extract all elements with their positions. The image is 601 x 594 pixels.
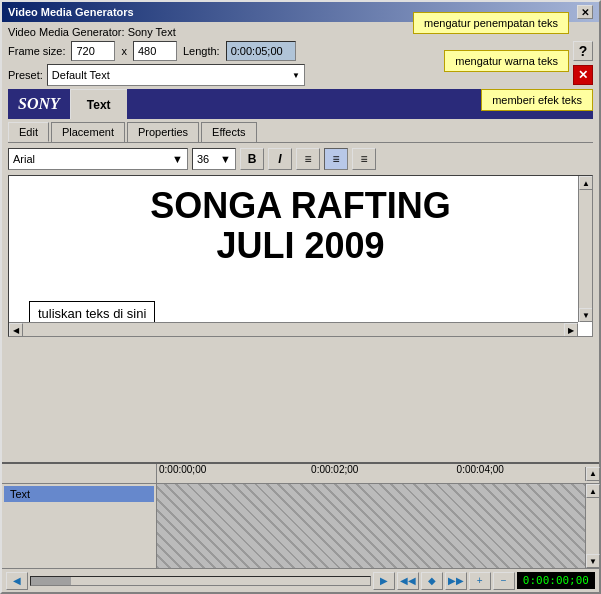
main-text-line2: JULI 2009 <box>29 226 572 266</box>
timeline-body: Text ▲ ▼ <box>2 484 599 568</box>
length-label: Length: <box>183 45 220 57</box>
preset-row: Preset: Default Text ▼ mengatur penempat… <box>8 64 593 86</box>
timeline-scroll-up[interactable]: ▲ <box>586 467 600 481</box>
tabs-row: Edit Placement Properties Effects <box>8 122 593 143</box>
timeline-right-scrollbar[interactable]: ▲ ▼ <box>585 484 599 568</box>
tab-effects[interactable]: Effects <box>201 122 256 142</box>
timeline-scrollbar[interactable] <box>30 576 371 586</box>
timeline-header: 0:00:00;00 0:00:02;00 0:00:04;00 ▲ <box>2 464 599 484</box>
align-center-button[interactable]: ≡ <box>324 148 348 170</box>
dropdown-arrow-icon: ▼ <box>292 71 300 80</box>
time-marker-1: 0:00:02;00 <box>311 464 358 475</box>
time-display: 0:00:00;00 <box>517 572 595 589</box>
help-button[interactable]: ? <box>573 41 593 61</box>
font-dropdown[interactable]: Arial ▼ <box>8 148 188 170</box>
tab-edit[interactable]: Edit <box>8 122 49 142</box>
generator-label: Video Media Generator: Sony Text <box>8 26 176 38</box>
timeline-scroll-track[interactable] <box>586 498 599 554</box>
callout-effect: memberi efek teks <box>481 89 593 111</box>
width-input[interactable]: 720 <box>71 41 115 61</box>
timeline-section: 0:00:00;00 0:00:02;00 0:00:04;00 ▲ Text … <box>2 462 599 592</box>
align-left-button[interactable]: ≡ <box>296 148 320 170</box>
transport-btn3[interactable]: ▶▶ <box>445 572 467 590</box>
tab-properties[interactable]: Properties <box>127 122 199 142</box>
scroll-vertical-track[interactable] <box>579 190 592 308</box>
time-marker-0: 0:00:00;00 <box>159 464 206 475</box>
transport-scroll-right[interactable]: ▶ <box>373 572 395 590</box>
frame-size-label: Frame size: <box>8 45 65 57</box>
time-marker-2: 0:00:04;00 <box>457 464 504 475</box>
scroll-down-button[interactable]: ▼ <box>579 308 593 322</box>
timeline-track-area[interactable] <box>157 484 585 568</box>
callout-placement: mengatur penempatan teks <box>413 12 569 34</box>
timeline-right-scroll-top[interactable]: ▲ <box>585 467 599 481</box>
x-separator: x <box>121 45 127 57</box>
timeline-controls: ◀ ▶ ◀◀ ◆ ▶▶ + − 0:00:00;00 <box>2 568 599 592</box>
bold-button[interactable]: B <box>240 148 264 170</box>
size-dropdown[interactable]: 36 ▼ <box>192 148 236 170</box>
font-size: 36 <box>197 153 209 165</box>
size-dropdown-arrow-icon: ▼ <box>220 153 231 165</box>
sony-logo: SONY <box>8 89 70 119</box>
tab-placement[interactable]: Placement <box>51 122 125 142</box>
scroll-horizontal-track[interactable] <box>23 323 564 336</box>
timeline-label-column: Text <box>2 484 157 568</box>
callout-color: mengatur warna teks <box>444 50 569 72</box>
timeline-scroll-down[interactable]: ▼ <box>586 554 600 568</box>
preset-dropdown[interactable]: Default Text ▼ <box>47 64 305 86</box>
transport-btn5[interactable]: − <box>493 572 515 590</box>
main-text-line1: SONGA RAFTING <box>29 186 572 226</box>
toolbar-row: Arial ▼ 36 ▼ B I ≡ ≡ ≡ <box>8 146 593 172</box>
font-dropdown-arrow-icon: ▼ <box>172 153 183 165</box>
font-name: Arial <box>13 153 35 165</box>
transport-btn4[interactable]: + <box>469 572 491 590</box>
italic-button[interactable]: I <box>268 148 292 170</box>
timeline-scroll-up2[interactable]: ▲ <box>586 484 600 498</box>
window-close-button[interactable]: ✕ <box>577 5 593 19</box>
window-title: Video Media Generators <box>8 6 134 18</box>
canvas-content: SONGA RAFTING JULI 2009 tuliskan teks di… <box>9 176 592 336</box>
canvas-horizontal-scrollbar[interactable]: ◀ ▶ <box>9 322 578 336</box>
scroll-right-button[interactable]: ▶ <box>564 323 578 337</box>
canvas-vertical-scrollbar[interactable]: ▲ ▼ <box>578 176 592 322</box>
height-input[interactable]: 480 <box>133 41 177 61</box>
main-window: Video Media Generators ✕ Video Media Gen… <box>0 0 601 594</box>
preset-value: Default Text <box>52 69 110 81</box>
preset-close-button[interactable]: ✕ <box>573 65 593 85</box>
preset-label: Preset: <box>8 69 43 81</box>
scroll-left-button[interactable]: ◀ <box>9 323 23 337</box>
scroll-up-button[interactable]: ▲ <box>579 176 593 190</box>
text-canvas[interactable]: SONGA RAFTING JULI 2009 tuliskan teks di… <box>8 175 593 337</box>
align-right-button[interactable]: ≡ <box>352 148 376 170</box>
transport-scroll-left[interactable]: ◀ <box>6 572 28 590</box>
track-label[interactable]: Text <box>4 486 154 502</box>
window-body: Video Media Generator: Sony Text Frame s… <box>2 22 599 462</box>
sony-panel: SONY Text memberi efek teks <box>8 89 593 119</box>
sony-text-tab[interactable]: Text <box>70 89 127 119</box>
length-value: 0:00:05;00 <box>226 41 296 61</box>
text-canvas-wrapper: SONGA RAFTING JULI 2009 tuliskan teks di… <box>8 175 593 458</box>
transport-btn2[interactable]: ◆ <box>421 572 443 590</box>
transport-btn1[interactable]: ◀◀ <box>397 572 419 590</box>
